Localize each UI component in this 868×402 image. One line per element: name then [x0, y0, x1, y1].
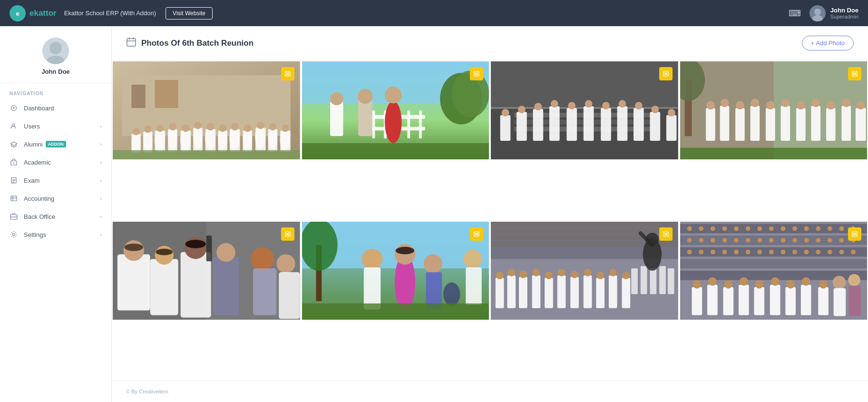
svg-rect-109 — [617, 106, 628, 141]
svg-point-116 — [551, 100, 558, 108]
back-office-arrow: › — [100, 214, 102, 219]
svg-rect-311 — [848, 285, 861, 316]
svg-rect-53 — [255, 127, 266, 151]
footer: © By Creativeitem — [112, 381, 868, 402]
dashboard-label: Dashboard — [24, 105, 54, 112]
svg-point-184 — [361, 248, 382, 269]
svg-point-151 — [826, 101, 835, 109]
svg-point-287 — [827, 249, 832, 254]
photo-delete-btn-6[interactable] — [470, 227, 483, 241]
svg-rect-201 — [491, 222, 678, 227]
svg-point-272 — [827, 238, 832, 243]
photo-delete-btn-8[interactable] — [848, 227, 861, 241]
photo-5-svg — [113, 222, 300, 320]
profile-avatar — [42, 38, 69, 64]
svg-rect-29 — [155, 80, 178, 108]
svg-point-87 — [385, 101, 401, 143]
svg-rect-21 — [127, 39, 136, 46]
svg-rect-134 — [735, 108, 745, 141]
svg-point-280 — [745, 249, 750, 254]
sidebar-item-accounting[interactable]: Accounting › — [0, 189, 111, 207]
nav-section-label: NAVIGATION — [0, 83, 111, 99]
photo-delete-btn-4[interactable] — [848, 67, 861, 80]
svg-point-148 — [781, 98, 790, 107]
svg-rect-228 — [641, 266, 647, 294]
back-office-label: Back Office — [24, 213, 55, 220]
svg-point-307 — [819, 280, 828, 288]
svg-point-61 — [194, 122, 202, 129]
svg-rect-161 — [117, 254, 150, 310]
main-content: Photos Of 6th Batch Reunion + Add Photo — [112, 26, 868, 402]
add-photo-button[interactable]: + Add Photo — [802, 36, 854, 50]
svg-rect-137 — [780, 106, 790, 141]
sidebar-item-exam[interactable]: Exam › — [0, 171, 111, 189]
svg-rect-103 — [517, 112, 527, 141]
svg-rect-290 — [692, 287, 702, 315]
svg-point-224 — [596, 271, 604, 279]
svg-point-60 — [182, 125, 190, 132]
svg-point-286 — [816, 249, 820, 254]
back-office-icon — [10, 212, 18, 221]
svg-rect-106 — [566, 108, 577, 141]
photo-delete-btn-5[interactable] — [281, 227, 294, 241]
sidebar-item-back-office[interactable]: Back Office › — [0, 207, 111, 226]
sidebar: John Doe NAVIGATION Dashboard Users › Al… — [0, 26, 112, 402]
settings-arrow: › — [100, 232, 102, 237]
photo-delete-btn-7[interactable] — [659, 227, 673, 241]
photo-delete-btn-1[interactable] — [281, 67, 294, 80]
photo-delete-btn-2[interactable] — [470, 67, 483, 80]
svg-rect-81 — [407, 110, 410, 138]
translate-icon[interactable]: ⌨ — [789, 8, 801, 19]
svg-point-118 — [585, 100, 593, 108]
svg-rect-105 — [549, 106, 560, 141]
layout: John Doe NAVIGATION Dashboard Users › Al… — [0, 26, 868, 402]
svg-rect-142 — [855, 108, 866, 141]
svg-point-86 — [358, 89, 372, 104]
sidebar-item-alumni[interactable]: Alumni addon › — [0, 135, 111, 153]
svg-rect-293 — [738, 284, 749, 315]
page-title-text: Photos Of 6th Batch Reunion — [141, 39, 254, 48]
photo-delete-btn-3[interactable] — [659, 67, 673, 80]
svg-rect-295 — [770, 284, 780, 315]
svg-point-2 — [814, 9, 821, 15]
svg-point-281 — [757, 249, 762, 254]
sidebar-item-users[interactable]: Users › — [0, 117, 111, 135]
svg-point-65 — [244, 125, 251, 132]
svg-point-303 — [755, 280, 763, 288]
svg-rect-54 — [268, 129, 278, 151]
sidebar-profile: John Doe — [0, 26, 111, 83]
photo-item-8 — [679, 221, 868, 321]
svg-point-123 — [668, 109, 675, 117]
alumni-badge: addon — [46, 141, 66, 147]
sidebar-item-academic[interactable]: Academic › — [0, 153, 111, 171]
svg-point-192 — [463, 249, 482, 268]
svg-point-269 — [792, 238, 797, 243]
visit-website-button[interactable]: Visit Website — [166, 7, 213, 20]
svg-point-149 — [796, 101, 805, 109]
svg-point-171 — [216, 243, 235, 261]
logo-area[interactable]: e ekattor — [10, 5, 57, 21]
svg-rect-212 — [584, 275, 592, 308]
svg-point-301 — [724, 280, 732, 288]
svg-rect-140 — [826, 108, 835, 141]
photo-4-svg — [680, 61, 868, 159]
page-header: Photos Of 6th Batch Reunion + Add Photo — [112, 26, 868, 60]
photo-1-svg — [113, 61, 300, 159]
svg-point-300 — [708, 277, 717, 285]
svg-point-226 — [622, 271, 630, 279]
svg-point-308 — [832, 275, 846, 289]
page-title: Photos Of 6th Batch Reunion — [126, 37, 254, 49]
photo-item-3 — [490, 60, 679, 160]
svg-rect-206 — [507, 275, 516, 308]
svg-rect-43 — [131, 134, 141, 152]
alumni-label: Alumni — [24, 141, 43, 148]
svg-point-115 — [534, 103, 542, 110]
svg-rect-243 — [680, 259, 868, 268]
user-menu[interactable]: John Doe Superadmin — [809, 5, 858, 21]
sidebar-item-dashboard[interactable]: Dashboard — [0, 99, 111, 117]
svg-rect-229 — [650, 268, 656, 294]
svg-point-223 — [584, 269, 592, 276]
sidebar-item-settings[interactable]: Settings › — [0, 226, 111, 244]
profile-name: John Doe — [41, 68, 69, 75]
svg-rect-135 — [750, 106, 760, 141]
